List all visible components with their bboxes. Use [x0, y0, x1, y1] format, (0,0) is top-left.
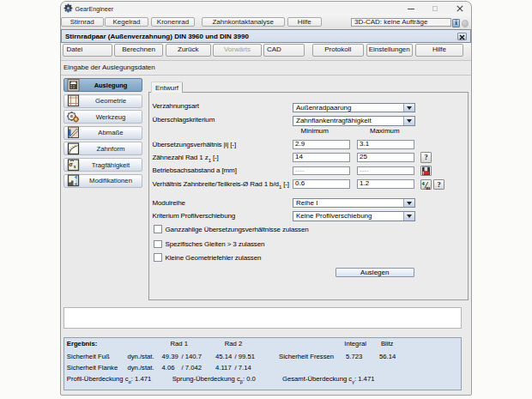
svg-text:m: m — [426, 185, 430, 190]
svg-text:x: x — [73, 164, 76, 169]
svg-text:4: 4 — [422, 180, 426, 186]
